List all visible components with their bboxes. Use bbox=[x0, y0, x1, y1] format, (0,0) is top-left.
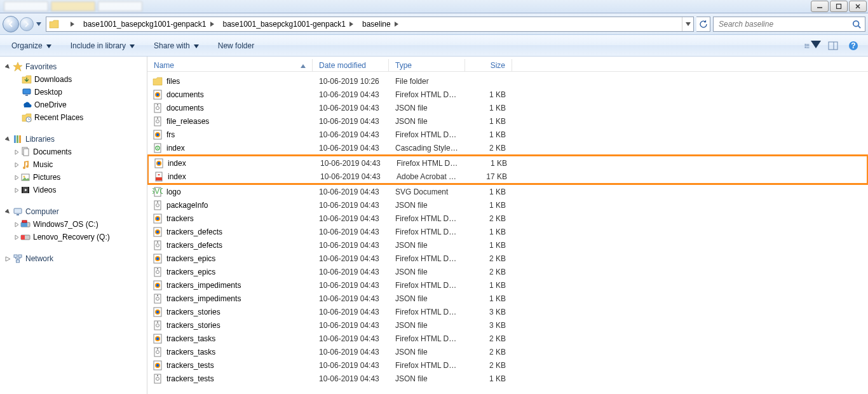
column-headers: Name Date modified Type Size bbox=[147, 57, 868, 72]
search-box[interactable] bbox=[713, 17, 865, 32]
expander-icon[interactable] bbox=[13, 187, 20, 193]
breadcrumb-root[interactable] bbox=[62, 17, 78, 31]
file-size: 2 KB bbox=[465, 268, 512, 276]
address-dropdown[interactable] bbox=[682, 17, 693, 31]
nav-item[interactable]: Recent Places bbox=[0, 111, 147, 124]
share-with-menu[interactable]: Share with bbox=[149, 39, 204, 53]
file-list-pane: Name Date modified Type Size files10-06-… bbox=[147, 57, 868, 394]
help-button[interactable]: ? bbox=[845, 39, 862, 53]
file-row[interactable]: files10-06-2019 10:26File folder bbox=[147, 74, 868, 88]
nav-item-label: Downloads bbox=[34, 75, 72, 84]
file-row[interactable]: index10-06-2019 04:43Cascading Stylesh..… bbox=[147, 141, 868, 154]
file-row[interactable]: index10-06-2019 04:43Firefox HTML Doc...… bbox=[149, 156, 867, 170]
address-bar[interactable]: base1001_basepckg1001-genpack1base1001_b… bbox=[46, 17, 694, 32]
column-name[interactable]: Name bbox=[147, 59, 313, 71]
view-mode-button[interactable] bbox=[804, 39, 821, 53]
search-input[interactable] bbox=[717, 19, 852, 29]
file-row[interactable]: trackers_tests10-06-2019 04:43JSON file1… bbox=[147, 372, 868, 385]
svg-rect-73 bbox=[157, 241, 158, 243]
file-row[interactable]: trackers_epics10-06-2019 04:43JSON file2… bbox=[147, 265, 868, 278]
title-bar bbox=[0, 0, 868, 13]
nav-item[interactable]: Windows7_OS (C:) bbox=[0, 218, 147, 231]
column-size[interactable]: Size bbox=[465, 59, 512, 71]
file-size: 3 KB bbox=[465, 321, 512, 330]
file-row[interactable]: trackers10-06-2019 04:43Firefox HTML Doc… bbox=[147, 212, 868, 225]
file-type: JSON file bbox=[389, 294, 465, 303]
new-folder-button[interactable]: New folder bbox=[213, 39, 259, 53]
nav-item[interactable]: Music bbox=[0, 158, 147, 171]
file-row[interactable]: trackers_tests10-06-2019 04:43Firefox HT… bbox=[147, 358, 868, 372]
nav-item[interactable]: Videos bbox=[0, 184, 147, 196]
file-row[interactable]: trackers_stories10-06-2019 04:43JSON fil… bbox=[147, 318, 868, 332]
network-group[interactable]: Network bbox=[0, 252, 147, 265]
file-row[interactable]: trackers_epics10-06-2019 04:43Firefox HT… bbox=[147, 252, 868, 265]
file-row[interactable]: trackers_impediments10-06-2019 04:43Fire… bbox=[147, 278, 868, 292]
close-button[interactable] bbox=[849, 1, 867, 12]
breadcrumb-segment[interactable]: base1001_basepckg1001-genpack1 bbox=[78, 20, 218, 29]
minimize-button[interactable] bbox=[811, 1, 829, 12]
file-row[interactable]: frs10-06-2019 04:43Firefox HTML Doc...1 … bbox=[147, 128, 868, 141]
column-date[interactable]: Date modified bbox=[313, 59, 389, 71]
nav-item[interactable]: Downloads bbox=[0, 73, 147, 86]
expander-icon[interactable] bbox=[4, 208, 11, 215]
column-type[interactable]: Type bbox=[389, 59, 465, 71]
expander-icon[interactable] bbox=[13, 175, 20, 180]
file-row[interactable]: trackers_impediments10-06-2019 04:43JSON… bbox=[147, 292, 868, 305]
nav-item[interactable]: Documents bbox=[0, 146, 147, 158]
expander-icon[interactable] bbox=[4, 255, 11, 262]
file-date: 10-06-2019 04:43 bbox=[313, 214, 389, 223]
file-row[interactable]: SVGlogo10-06-2019 04:43SVG Document1 KB bbox=[147, 185, 868, 198]
nav-item-label: Windows7_OS (C:) bbox=[33, 220, 98, 229]
nav-item[interactable]: Pictures bbox=[0, 171, 147, 184]
svg-point-51 bbox=[156, 133, 159, 135]
file-row[interactable]: trackers_defects10-06-2019 04:43Firefox … bbox=[147, 225, 868, 238]
include-in-library-menu[interactable]: Include in library bbox=[65, 39, 140, 53]
file-size: 1 KB bbox=[465, 241, 512, 250]
file-row[interactable]: file_releases10-06-2019 04:43JSON file1 … bbox=[147, 114, 868, 128]
nav-item[interactable]: Lenovo_Recovery (Q:) bbox=[0, 231, 147, 243]
nav-history-dropdown[interactable] bbox=[34, 17, 43, 31]
preview-pane-button[interactable] bbox=[825, 39, 841, 53]
file-date: 10-06-2019 04:43 bbox=[313, 104, 389, 112]
file-name: index bbox=[168, 159, 186, 168]
favorites-group[interactable]: Favorites bbox=[0, 60, 147, 73]
expander-icon[interactable] bbox=[4, 63, 11, 71]
expander-icon[interactable] bbox=[4, 135, 11, 143]
file-row[interactable]: trackers_tasks10-06-2019 04:43JSON file2… bbox=[147, 345, 868, 358]
breadcrumb-segment[interactable]: base1001_basepckg1001-genpack1 bbox=[218, 20, 358, 29]
file-row[interactable]: trackers_stories10-06-2019 04:43Firefox … bbox=[147, 305, 868, 318]
refresh-button[interactable] bbox=[696, 17, 710, 32]
expander-icon[interactable] bbox=[13, 234, 20, 240]
file-row[interactable]: documents10-06-2019 04:43JSON file1 KB bbox=[147, 101, 868, 114]
back-button[interactable] bbox=[3, 16, 19, 32]
nav-item-label: Music bbox=[33, 160, 53, 169]
breadcrumb-segment[interactable]: baseline bbox=[357, 20, 402, 29]
file-row[interactable]: index10-06-2019 04:43Adobe Acrobat D...1… bbox=[149, 170, 867, 183]
file-size: 2 KB bbox=[465, 254, 512, 263]
file-type: JSON file bbox=[389, 348, 465, 357]
file-row[interactable]: trackers_defects10-06-2019 04:43JSON fil… bbox=[147, 238, 868, 252]
forward-button[interactable] bbox=[20, 17, 34, 31]
json-icon bbox=[153, 200, 163, 210]
nav-item[interactable]: Desktop bbox=[0, 86, 147, 98]
expander-icon[interactable] bbox=[13, 149, 20, 155]
expander-icon[interactable] bbox=[13, 162, 20, 168]
svg-rect-34 bbox=[22, 221, 27, 222]
file-row[interactable]: trackers_tasks10-06-2019 04:43Firefox HT… bbox=[147, 332, 868, 345]
nav-item[interactable]: OneDrive bbox=[0, 98, 147, 111]
file-type: Firefox HTML Doc... bbox=[389, 90, 465, 99]
svg-rect-37 bbox=[14, 255, 17, 257]
firefox-icon bbox=[153, 307, 163, 317]
file-row[interactable]: documents10-06-2019 04:43Firefox HTML Do… bbox=[147, 88, 868, 101]
expander-icon[interactable] bbox=[13, 222, 20, 228]
svg-rect-31 bbox=[17, 214, 19, 215]
file-size: 1 KB bbox=[465, 130, 512, 139]
file-row[interactable]: packageInfo10-06-2019 04:43JSON file1 KB bbox=[147, 198, 868, 212]
file-size: 2 KB bbox=[465, 361, 512, 370]
organize-menu[interactable]: Organize bbox=[6, 39, 57, 53]
nav-item-label: OneDrive bbox=[34, 100, 67, 109]
computer-group[interactable]: Computer bbox=[0, 205, 147, 218]
maximize-button[interactable] bbox=[830, 1, 848, 12]
svg-point-54 bbox=[157, 147, 158, 149]
libraries-group[interactable]: Libraries bbox=[0, 133, 147, 146]
